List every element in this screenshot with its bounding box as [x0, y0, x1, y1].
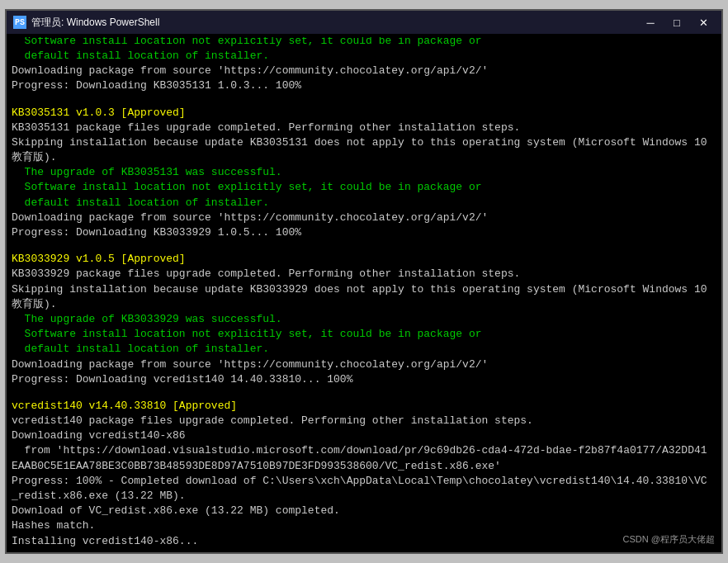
- console-line-empty: [12, 387, 716, 399]
- console-line: Installing vcredist140-x86...: [12, 534, 716, 549]
- titlebar: PS 管理员: Windows PowerShell ─ □ ✕: [7, 11, 721, 34]
- console-area: KB2999226 package files upgrade complete…: [7, 34, 721, 552]
- console-line: from 'https://download.visualstudio.micr…: [12, 443, 716, 473]
- console-line: KB3035131 package files upgrade complete…: [12, 121, 716, 135]
- watermark: CSDN @程序员大佬超: [623, 533, 715, 546]
- console-line: Downloading vcredist140-x86: [12, 428, 716, 443]
- console-line-empty: [12, 240, 716, 252]
- console-line: Progress: 100% - Completed download of C…: [12, 474, 716, 504]
- console-line: Hashes match.: [12, 518, 716, 533]
- window-title: 管理员: Windows PowerShell: [31, 16, 159, 30]
- console-line: Downloading package from source 'https:/…: [12, 64, 716, 78]
- console-line: vcredist140 v14.40.33810 [Approved]: [12, 399, 716, 414]
- console-line: Software install location not explicitly…: [12, 327, 716, 357]
- titlebar-left: PS 管理员: Windows PowerShell: [13, 16, 159, 30]
- app-icon: PS: [13, 16, 26, 29]
- close-button[interactable]: ✕: [692, 14, 715, 31]
- console-line: Downloading package from source 'https:/…: [12, 357, 716, 372]
- powershell-window: PS 管理员: Windows PowerShell ─ □ ✕ KB29992…: [5, 9, 723, 554]
- console-line: Software install location not explicitly…: [12, 180, 716, 210]
- minimize-button[interactable]: ─: [639, 14, 662, 31]
- console-line: Download of VC_redist.x86.exe (13.22 MB)…: [12, 504, 716, 518]
- console-line-empty: [12, 94, 716, 106]
- console-line: KB3033929 package files upgrade complete…: [12, 267, 716, 282]
- console-line: vcredist140 package files upgrade comple…: [12, 414, 716, 428]
- console-line: KB3035131 v1.0.3 [Approved]: [12, 106, 716, 121]
- console-line: Skipping installation because update KB3…: [12, 282, 716, 312]
- maximize-button[interactable]: □: [665, 14, 688, 31]
- console-line: The upgrade of KB3033929 was successful.: [12, 312, 716, 327]
- console-line: Progress: Downloading KB3033929 1.0.5...…: [12, 225, 716, 240]
- console-line: Downloading package from source 'https:/…: [12, 211, 716, 225]
- window-controls: ─ □ ✕: [639, 14, 715, 31]
- console-line: Skipping installation because update KB3…: [12, 135, 716, 165]
- console-line: Progress: Downloading vcredist140 14.40.…: [12, 372, 716, 387]
- console-line: Software install location not explicitly…: [12, 37, 716, 64]
- console-line: Progress: Downloading KB3035131 1.0.3...…: [12, 78, 716, 93]
- console-line: KB3033929 v1.0.5 [Approved]: [12, 252, 716, 267]
- console-line: The upgrade of KB3035131 was successful.: [12, 165, 716, 180]
- console-content[interactable]: KB2999226 package files upgrade complete…: [12, 37, 716, 549]
